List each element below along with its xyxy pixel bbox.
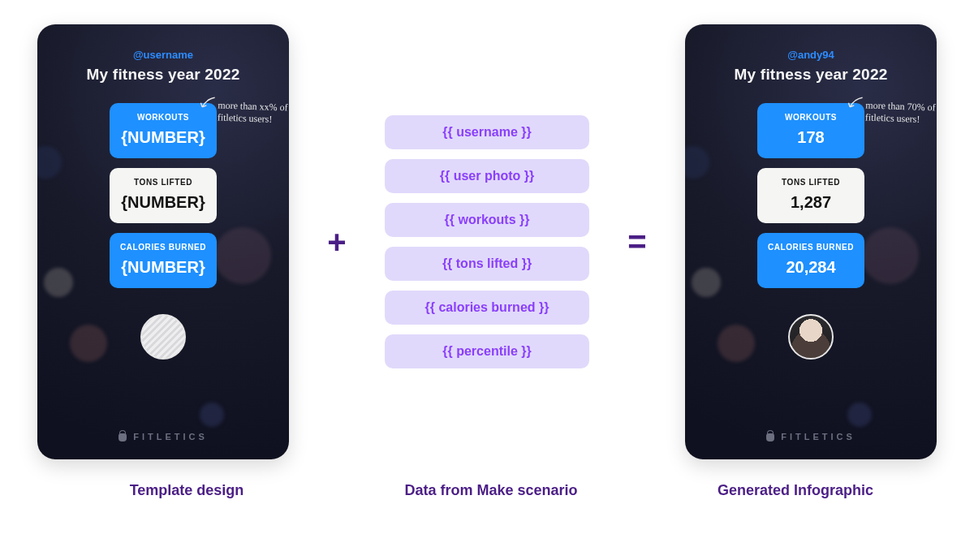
- generated-phone: @andy94 My fitness year 2022 more than 7…: [685, 24, 937, 459]
- calories-card: CALORIES BURNED {NUMBER}: [110, 233, 217, 288]
- workouts-label: WORKOUTS: [764, 113, 858, 122]
- handwritten-annotation: more than xx% of fitletics users!: [218, 99, 289, 126]
- data-column: {{ username }} {{ user photo }} {{ worko…: [385, 115, 589, 368]
- calories-card: CALORIES BURNED 20,284: [757, 233, 864, 288]
- username-value: @andy94: [787, 49, 834, 61]
- captions-row: Template design Data from Make scenario …: [0, 459, 974, 499]
- workouts-value: 178: [764, 128, 858, 147]
- stat-cards: WORKOUTS 178 TONS LIFTED 1,287 CALORIES …: [757, 103, 864, 288]
- pill-percentile: {{ percentile }}: [385, 334, 589, 368]
- calories-label: CALORIES BURNED: [116, 243, 210, 252]
- pill-workouts: {{ workouts }}: [385, 203, 589, 237]
- brand-row: FITLETICS: [37, 432, 289, 442]
- tons-value: 1,287: [764, 193, 858, 212]
- data-pills: {{ username }} {{ user photo }} {{ worko…: [385, 115, 589, 368]
- arrow-icon: [198, 94, 217, 113]
- calories-value: {NUMBER}: [116, 258, 210, 277]
- kettlebell-icon: [766, 432, 774, 442]
- pill-user-photo: {{ user photo }}: [385, 159, 589, 193]
- card-title: My fitness year 2022: [87, 66, 240, 84]
- tons-label: TONS LIFTED: [764, 178, 858, 187]
- equals-operator: =: [623, 224, 652, 261]
- calories-label: CALORIES BURNED: [764, 243, 858, 252]
- handwritten-annotation: more than 70% of fitletics users!: [865, 99, 937, 126]
- pill-tons-lifted: {{ tons lifted }}: [385, 247, 589, 281]
- caption-data: Data from Make scenario: [345, 482, 637, 499]
- kettlebell-icon: [119, 432, 127, 442]
- avatar: [788, 314, 834, 360]
- annotation-text: more than 70% of fitletics users!: [865, 99, 936, 124]
- brand-text: FITLETICS: [781, 432, 855, 442]
- tons-label: TONS LIFTED: [116, 178, 210, 187]
- brand-text: FITLETICS: [133, 432, 208, 442]
- caption-template: Template design: [65, 482, 308, 499]
- caption-generated: Generated Infographic: [674, 482, 917, 499]
- calories-value: 20,284: [764, 258, 858, 277]
- template-phone: @username My fitness year 2022 more than…: [37, 24, 289, 459]
- workouts-value: {NUMBER}: [116, 128, 210, 147]
- diagram-stage: @username My fitness year 2022 more than…: [0, 0, 974, 459]
- plus-operator: +: [322, 224, 351, 261]
- card-title: My fitness year 2022: [735, 66, 888, 84]
- pill-calories-burned: {{ calories burned }}: [385, 291, 589, 325]
- annotation-text: more than xx% of fitletics users!: [218, 99, 288, 124]
- workouts-label: WORKOUTS: [116, 113, 210, 122]
- pill-username: {{ username }}: [385, 115, 589, 149]
- tons-card: TONS LIFTED 1,287: [757, 168, 864, 223]
- avatar-placeholder: [140, 314, 186, 360]
- tons-card: TONS LIFTED {NUMBER}: [110, 168, 217, 223]
- brand-row: FITLETICS: [685, 432, 937, 442]
- tons-value: {NUMBER}: [116, 193, 210, 212]
- stat-cards: WORKOUTS {NUMBER} TONS LIFTED {NUMBER} C…: [110, 103, 217, 288]
- username-placeholder: @username: [133, 49, 193, 61]
- arrow-icon: [846, 94, 864, 113]
